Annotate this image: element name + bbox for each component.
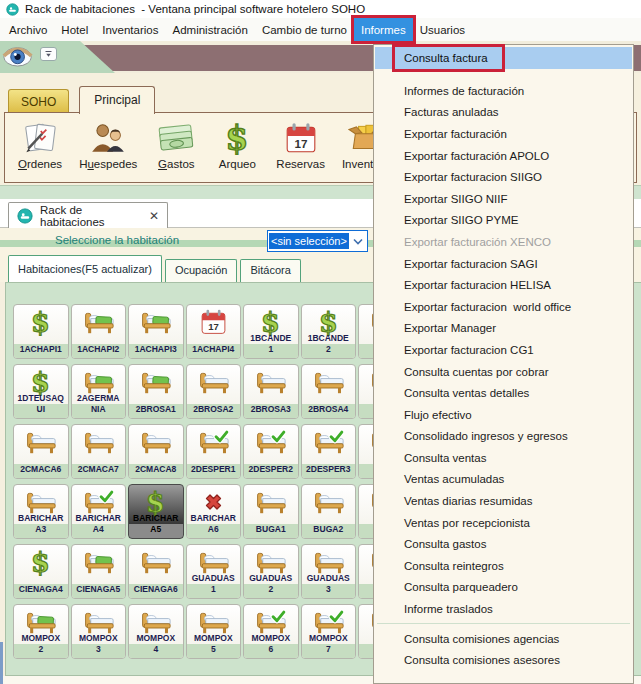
room-combobox[interactable]: <sin selección>	[267, 230, 368, 252]
menu-item-exportar-facturacion-cg1[interactable]: Exportar facturacion CG1	[375, 339, 632, 361]
menu-item-exportar-facturacion-sagi[interactable]: Exportar facturacion SAGI	[375, 253, 632, 275]
room-mompox-3[interactable]: MOMPOX 3	[71, 604, 127, 659]
bed-icon	[25, 428, 56, 456]
ribbon-button-arqueo[interactable]: $ Arqueo	[215, 121, 259, 170]
chevron-down-icon[interactable]	[353, 238, 366, 245]
menubar-item-inventarios[interactable]: Inventarios	[95, 18, 165, 41]
room-2brosa2[interactable]: 2BROSA2	[186, 364, 242, 419]
svg-text:17: 17	[294, 137, 307, 150]
menu-item-exportar-facturaci-n-apolo[interactable]: Exportar facturación APOLO	[375, 145, 632, 167]
menu-item-consulta-parqueadero[interactable]: Consulta parqueadero	[375, 577, 632, 599]
window-edge	[0, 642, 3, 684]
room-guaduas-3[interactable]: GUADUAS 3	[301, 544, 357, 599]
menu-item-exportar-facturacion-siigo[interactable]: Exportar facturacion SIIGO	[375, 166, 632, 188]
menubar-item-hotel[interactable]: Hotel	[54, 18, 95, 41]
menu-item-ventas-por-recepcionista[interactable]: Ventas por recepcionista	[375, 512, 632, 534]
menu-item-consulta-comisiones-asesores[interactable]: Consulta comisiones asesores	[375, 649, 632, 671]
menu-item-consulta-reintegros[interactable]: Consulta reintegros	[375, 555, 632, 577]
room-mompox-2[interactable]: MOMPOX 2	[13, 604, 69, 659]
close-icon[interactable]: ✕	[149, 210, 159, 222]
view-tab-habitaciones-f5-actualizar[interactable]: Habitaciones(F5 actualizar)	[8, 255, 162, 282]
room-2desper2[interactable]: 2DESPER2	[243, 424, 299, 479]
room-2desper3[interactable]: 2DESPER3	[301, 424, 357, 479]
menu-item-exportar-facturaci-n-xenco[interactable]: Exportar facturación XENCO	[375, 231, 632, 253]
ribbon-button-gastos[interactable]: Gastos	[154, 121, 198, 170]
room-guaduas-2[interactable]: GUADUAS 2	[243, 544, 299, 599]
room-cienaga6[interactable]: CIENAGA6	[128, 544, 184, 599]
room-1achapi4[interactable]: 17 1ACHAPI4	[186, 304, 242, 359]
room-mompox-7[interactable]: MOMPOX 7	[301, 604, 357, 659]
room-label: 2AGERMA NIA	[72, 393, 126, 415]
room-2cmaca6[interactable]: 2CMACA6	[13, 424, 69, 479]
view-tab-ocupaci-n[interactable]: Ocupación	[165, 259, 238, 282]
bed-green-icon	[140, 368, 171, 396]
menu-item-exportar-siigo-pyme[interactable]: Exportar SIIGO PYME	[375, 210, 632, 232]
room-label: MOMPOX 3	[72, 633, 126, 655]
menu-item-consulta-cuentas-por-cobrar[interactable]: Consulta cuentas por cobrar	[375, 361, 632, 383]
room-cienaga4[interactable]: $ CIENAGA4	[13, 544, 69, 599]
room-buga1[interactable]: BUGA1	[243, 484, 299, 539]
room-label: 2BROSA1	[129, 404, 183, 415]
view-tab-bit-cora[interactable]: Bitácora	[240, 259, 300, 282]
menu-item-exportar-siigo-niif[interactable]: Exportar SIIGO NIIF	[375, 188, 632, 210]
ribbon-button-huespedes[interactable]: Huespedes	[79, 121, 137, 170]
toolbar-collapse-button[interactable]	[40, 47, 57, 61]
bed-check-icon	[255, 608, 286, 636]
room-mompox-6[interactable]: MOMPOX 6	[243, 604, 299, 659]
room-barichar-a5[interactable]: $ BARICHAR A5	[128, 484, 184, 539]
menu-item-informe-traslados[interactable]: Informe traslados	[375, 598, 632, 620]
room-1bcande-1[interactable]: $ 1BCANDE 1	[243, 304, 299, 359]
menubar-item-usuarios[interactable]: Usuarios	[413, 18, 472, 41]
room-2desper1[interactable]: 2DESPER1	[186, 424, 242, 479]
menu-item-consolidado-ingresos-y-egresos[interactable]: Consolidado ingresos y egresos	[375, 426, 632, 448]
room-guaduas-1[interactable]: GUADUAS 1	[186, 544, 242, 599]
menubar-item-informes[interactable]: Informes	[354, 18, 413, 41]
room-2agerma-nia[interactable]: 2AGERMA NIA	[71, 364, 127, 419]
room-mompox-5[interactable]: MOMPOX 5	[186, 604, 242, 659]
menu-item-facturas-anuladas[interactable]: Facturas anuladas	[375, 102, 632, 124]
room-2cmaca8[interactable]: 2CMACA8	[128, 424, 184, 479]
room-1achapi1[interactable]: $ 1ACHAPI1	[13, 304, 69, 359]
tab-soho[interactable]: SOHO	[8, 89, 69, 113]
room-icon-wrap	[302, 486, 356, 518]
room-barichar-a6[interactable]: BARICHAR A6	[186, 484, 242, 539]
menu-item-informes-de-facturaci-n[interactable]: Informes de facturación	[375, 80, 632, 102]
room-barichar-a4[interactable]: BARICHAR A4	[71, 484, 127, 539]
menubar-item-cambio-de-turno[interactable]: Cambio de turno	[255, 18, 354, 41]
room-2cmaca7[interactable]: 2CMACA7	[71, 424, 127, 479]
svg-text:$: $	[146, 488, 165, 516]
menu-item-exportar-facturacion-helisa[interactable]: Exportar facturacion HELISA	[375, 274, 632, 296]
menu-item-flujo-efectivo[interactable]: Flujo efectivo	[375, 404, 632, 426]
room-barichar-a3[interactable]: BARICHAR A3	[13, 484, 69, 539]
tab-rack-de-habitaciones[interactable]: Rack de habitaciones ✕	[8, 202, 168, 228]
menu-item-exportar-facturaci-n[interactable]: Exportar facturación	[375, 123, 632, 145]
room-mompox-4[interactable]: MOMPOX 4	[128, 604, 184, 659]
menu-item-exportar-manager[interactable]: Exportar Manager	[375, 318, 632, 340]
menu-item-consulta-ventas[interactable]: Consulta ventas	[375, 447, 632, 469]
room-2brosa1[interactable]: 2BROSA1	[128, 364, 184, 419]
ribbon-button-ordenes[interactable]: Ordenes	[18, 121, 62, 170]
menu-item-consulta-comisiones-agencias[interactable]: Consulta comisiones agencias	[375, 628, 632, 650]
eye-icon[interactable]	[2, 42, 35, 68]
room-label: CIENAGA5	[72, 584, 126, 595]
annotation-box-consulta-factura	[392, 44, 505, 72]
menu-item-ventas-diarias-resumidas[interactable]: Ventas diarias resumidas	[375, 490, 632, 512]
svg-text:$: $	[261, 308, 280, 336]
menu-item-consulta-factura[interactable]: Consulta factura	[375, 47, 632, 69]
room-buga2[interactable]: BUGA2	[301, 484, 357, 539]
room-2brosa4[interactable]: 2BROSA4	[301, 364, 357, 419]
room-cienaga5[interactable]: CIENAGA5	[71, 544, 127, 599]
menu-item-consulta-gastos[interactable]: Consulta gastos	[375, 533, 632, 555]
room-1dteusaq-ui[interactable]: $ 1DTEUSAQ UI	[13, 364, 69, 419]
menu-item-consulta-ventas-detalles[interactable]: Consulta ventas detalles	[375, 382, 632, 404]
room-1bcande-2[interactable]: $ 1BCANDE 2	[301, 304, 357, 359]
ribbon-button-reservas[interactable]: 17 Reservas	[276, 121, 325, 170]
room-1achapi3[interactable]: 1ACHAPI3	[128, 304, 184, 359]
tab-principal[interactable]: Principal	[79, 86, 155, 114]
room-1achapi2[interactable]: 1ACHAPI2	[71, 304, 127, 359]
menubar-item-archivo[interactable]: Archivo	[2, 18, 54, 41]
room-2brosa3[interactable]: 2BROSA3	[243, 364, 299, 419]
menu-item-exportar-facturacion-world-office[interactable]: Exportar facturacion world office	[375, 296, 632, 318]
menu-item-ventas-acumuladas[interactable]: Ventas acumuladas	[375, 469, 632, 491]
menubar-item-administraci-n[interactable]: Administración	[165, 18, 254, 41]
